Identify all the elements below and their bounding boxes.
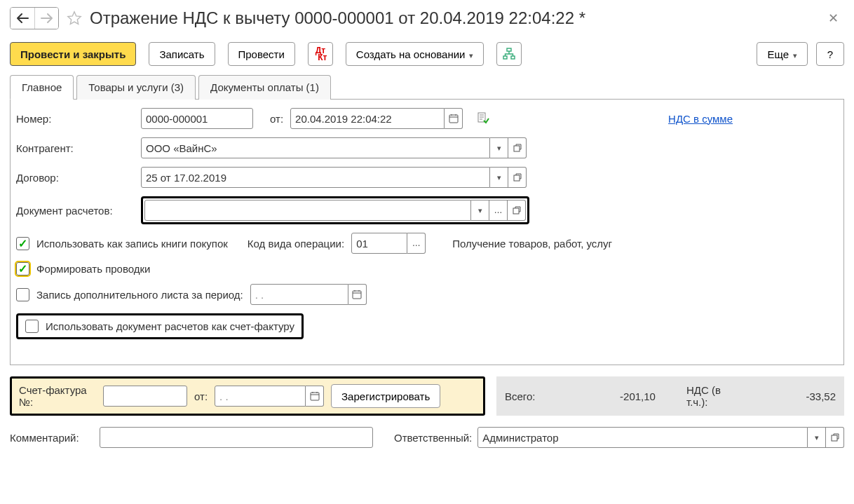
totals-box: Всего: -201,10 НДС (в т.ч.): -33,52 (496, 376, 844, 416)
number-label: Номер: (16, 113, 141, 125)
responsible-dropdown-icon[interactable] (808, 427, 826, 448)
svg-rect-6 (514, 175, 520, 181)
comment-label: Комментарий: (10, 432, 94, 444)
vat-in-sum-link[interactable]: НДС в сумме (668, 113, 733, 125)
settlement-doc-input[interactable] (144, 200, 471, 221)
submit-and-close-button[interactable]: Провести и закрыть (10, 42, 136, 66)
addl-sheet-date-input[interactable]: . . (250, 284, 348, 305)
responsible-label: Ответственный: (394, 432, 472, 444)
use-purchase-book-label: Использовать как запись книги покупок (36, 238, 228, 250)
back-button[interactable] (11, 8, 34, 29)
more-label: Еще (767, 48, 789, 60)
responsible-open-icon[interactable] (826, 427, 844, 448)
tab-content-main: Номер: 0000-000001 от: 20.04.2019 22:04:… (10, 100, 844, 365)
counterparty-dropdown-icon[interactable] (490, 137, 508, 158)
dtkt-icon: ДтКт (313, 47, 327, 61)
opcode-label: Код вида операции: (248, 238, 344, 250)
svg-rect-10 (832, 435, 837, 441)
from-label: от: (270, 113, 283, 125)
opcode-input[interactable]: 01 (351, 233, 407, 254)
chevron-down-icon (793, 48, 797, 60)
form-postings-checkbox[interactable]: ✓ (16, 262, 29, 275)
svg-rect-0 (507, 48, 511, 51)
counterparty-open-icon[interactable] (508, 137, 527, 158)
svg-rect-9 (311, 393, 319, 400)
addl-sheet-checkbox[interactable] (16, 288, 29, 301)
form-postings-label: Формировать проводки (36, 263, 150, 275)
chevron-down-icon (469, 48, 473, 60)
addl-sheet-label: Запись дополнительного листа за период: (36, 289, 243, 301)
save-button[interactable]: Записать (149, 42, 215, 66)
opcode-desc: Получение товаров, работ, услуг (452, 238, 612, 250)
invoice-date-input[interactable]: . . (215, 386, 306, 407)
settlement-doc-label: Документ расчетов: (16, 205, 141, 217)
settlement-doc-select-icon[interactable]: … (489, 200, 508, 221)
number-input[interactable]: 0000-000001 (141, 108, 253, 129)
contract-input[interactable]: 25 от 17.02.2019 (141, 167, 490, 188)
vat-value: -33,52 (806, 390, 836, 402)
use-settlement-as-invoice-checkbox[interactable] (25, 320, 39, 333)
tabs: Главное Товары и услуги (3) Документы оп… (10, 74, 844, 100)
tab-goods[interactable]: Товары и услуги (3) (76, 75, 196, 100)
close-icon[interactable]: ✕ (822, 8, 844, 29)
svg-rect-5 (514, 146, 520, 151)
svg-rect-8 (353, 291, 361, 299)
settlement-doc-dropdown-icon[interactable] (471, 200, 489, 221)
addl-sheet-calendar-icon[interactable] (348, 284, 367, 305)
forward-button[interactable] (34, 8, 58, 29)
contract-dropdown-icon[interactable] (490, 167, 508, 188)
contract-open-icon[interactable] (508, 167, 527, 188)
nav-buttons (10, 7, 59, 29)
counterparty-input[interactable]: ООО «ВайнС» (141, 137, 490, 158)
page-title: Отражение НДС к вычету 0000-000001 от 20… (90, 8, 585, 28)
help-button[interactable]: ? (816, 42, 844, 66)
dtkt-button[interactable]: ДтКт (308, 42, 333, 66)
document-status-icon[interactable] (477, 112, 489, 125)
use-purchase-book-checkbox[interactable]: ✓ (16, 237, 29, 250)
settlement-doc-open-icon[interactable] (508, 200, 526, 221)
vat-label: НДС (в т.ч.): (686, 384, 721, 408)
svg-rect-2 (511, 56, 515, 59)
create-based-on-label: Создать на основании (356, 48, 466, 60)
create-based-on-button[interactable]: Создать на основании (346, 42, 484, 66)
comment-input[interactable] (100, 427, 373, 448)
structure-button[interactable] (496, 42, 522, 66)
invoice-label: Счет-фактура №: (19, 384, 96, 408)
register-invoice-button[interactable]: Зарегистрировать (331, 384, 440, 408)
opcode-select-icon[interactable]: … (407, 233, 426, 254)
tab-payments[interactable]: Документы оплаты (1) (198, 75, 331, 100)
svg-rect-3 (449, 115, 458, 123)
date-input[interactable]: 20.04.2019 22:04:22 (290, 108, 445, 129)
svg-rect-1 (503, 56, 507, 59)
total-label: Всего: (505, 390, 536, 402)
svg-rect-7 (513, 208, 519, 214)
tab-main[interactable]: Главное (10, 75, 74, 100)
favorite-star-icon[interactable] (66, 10, 83, 27)
invoice-box: Счет-фактура №: от: . . Зарегистрировать (10, 376, 485, 416)
total-value: -201,10 (620, 390, 656, 402)
responsible-input[interactable]: Администратор (477, 427, 808, 448)
use-settlement-as-invoice-label: Использовать документ расчетов как счет-… (46, 320, 294, 332)
contract-label: Договор: (16, 172, 141, 184)
invoice-calendar-icon[interactable] (306, 386, 324, 407)
invoice-number-input[interactable] (103, 386, 187, 407)
submit-button[interactable]: Провести (228, 42, 295, 66)
invoice-from-label: от: (194, 390, 208, 402)
hierarchy-icon (503, 48, 515, 60)
calendar-icon[interactable] (445, 108, 463, 129)
more-button[interactable]: Еще (757, 42, 808, 66)
counterparty-label: Контрагент: (16, 142, 141, 154)
